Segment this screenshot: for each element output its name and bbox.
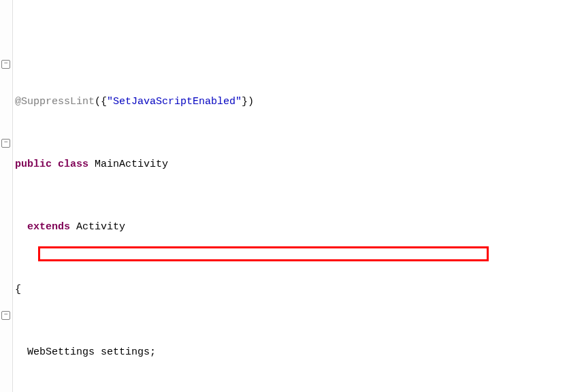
code-line: extends Activity	[15, 219, 376, 235]
code-line: public class MainActivity	[15, 157, 376, 172]
highlight-box	[38, 246, 489, 261]
fold-icon[interactable]	[1, 139, 10, 148]
string-literal: "SetJavaScriptEnabled"	[107, 96, 242, 108]
class-name: MainActivity	[95, 159, 168, 170]
fold-icon[interactable]	[1, 60, 10, 69]
code-line: WebSettings settings;	[15, 344, 376, 360]
code-area[interactable]: @SuppressLint({"SetJavaScriptEnabled"}) …	[13, 0, 378, 392]
code-line: {	[15, 282, 376, 297]
annotation: @SuppressLint	[15, 96, 95, 108]
fold-icon[interactable]	[1, 311, 10, 320]
code-line: @SuppressLint({"SetJavaScriptEnabled"})	[15, 94, 376, 110]
gutter	[0, 0, 13, 392]
code-editor: @SuppressLint({"SetJavaScriptEnabled"}) …	[0, 0, 584, 392]
